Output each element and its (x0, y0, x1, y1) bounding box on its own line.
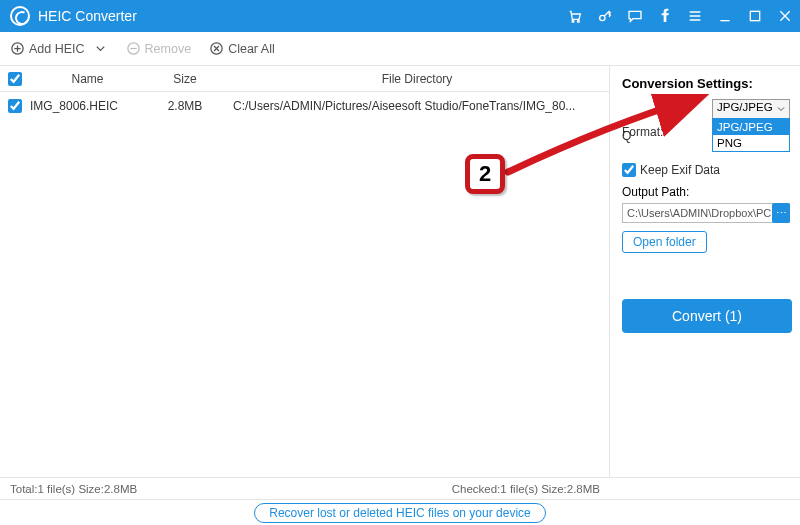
svg-point-1 (577, 20, 579, 22)
keep-exif-label: Keep Exif Data (640, 163, 720, 177)
key-icon[interactable] (590, 0, 620, 32)
annotation-step-2: 2 (465, 154, 505, 194)
chevron-down-icon (775, 103, 787, 117)
clear-all-button[interactable]: Clear All (209, 41, 275, 56)
add-heic-button[interactable]: Add HEIC (10, 41, 108, 56)
table-row[interactable]: IMG_8006.HEIC 2.8MB C:/Users/ADMIN/Pictu… (0, 92, 609, 120)
svg-point-2 (600, 15, 605, 20)
feedback-icon[interactable] (620, 0, 650, 32)
column-size: Size (145, 72, 225, 86)
format-value: JPG/JPEG (717, 101, 773, 113)
file-name: IMG_8006.HEIC (30, 99, 145, 113)
status-total: Total:1 file(s) Size:2.8MB (10, 483, 137, 495)
row-checkbox[interactable] (8, 99, 22, 113)
add-heic-label: Add HEIC (29, 42, 85, 56)
status-checked: Checked:1 file(s) Size:2.8MB (452, 483, 600, 495)
format-dropdown: JPG/JPEG PNG (712, 118, 790, 152)
select-all-checkbox[interactable] (8, 72, 22, 86)
format-select[interactable]: JPG/JPEG (712, 99, 790, 119)
format-option-jpg[interactable]: JPG/JPEG (713, 119, 789, 135)
column-name: Name (30, 72, 145, 86)
cart-icon[interactable] (560, 0, 590, 32)
file-size: 2.8MB (145, 99, 225, 113)
settings-heading: Conversion Settings: (622, 76, 790, 91)
minimize-button[interactable] (710, 0, 740, 32)
conversion-settings-panel: Conversion Settings: Format: JPG/JPEG JP… (610, 66, 800, 477)
svg-point-0 (572, 20, 574, 22)
remove-label: Remove (145, 42, 192, 56)
column-header: Name Size File Directory (0, 66, 609, 92)
column-dir: File Directory (225, 72, 609, 86)
app-title: HEIC Converter (38, 8, 137, 24)
main-toolbar: Add HEIC Remove Clear All (0, 32, 800, 66)
title-bar: HEIC Converter (0, 0, 800, 32)
output-path-label: Output Path: (622, 185, 790, 199)
file-dir: C:/Users/ADMIN/Pictures/Aiseesoft Studio… (225, 99, 609, 113)
maximize-button[interactable] (740, 0, 770, 32)
convert-button[interactable]: Convert (1) (622, 299, 792, 333)
svg-rect-3 (750, 11, 759, 20)
output-path-input[interactable] (622, 203, 790, 223)
browse-path-button[interactable]: ⋯ (772, 203, 790, 223)
menu-icon[interactable] (680, 0, 710, 32)
facebook-icon[interactable] (650, 0, 680, 32)
chevron-down-icon[interactable] (93, 41, 108, 56)
keep-exif-checkbox[interactable] (622, 163, 636, 177)
footer: Recover lost or deleted HEIC files on yo… (0, 499, 800, 525)
recover-link[interactable]: Recover lost or deleted HEIC files on yo… (254, 503, 545, 523)
app-logo-icon (10, 6, 30, 26)
open-folder-button[interactable]: Open folder (622, 231, 707, 253)
format-option-png[interactable]: PNG (713, 135, 789, 151)
remove-button: Remove (126, 41, 192, 56)
close-button[interactable] (770, 0, 800, 32)
file-list-pane: Name Size File Directory IMG_8006.HEIC 2… (0, 66, 610, 477)
clear-all-label: Clear All (228, 42, 275, 56)
quality-label: Q (622, 129, 631, 143)
status-bar: Total:1 file(s) Size:2.8MB Checked:1 fil… (0, 477, 800, 499)
